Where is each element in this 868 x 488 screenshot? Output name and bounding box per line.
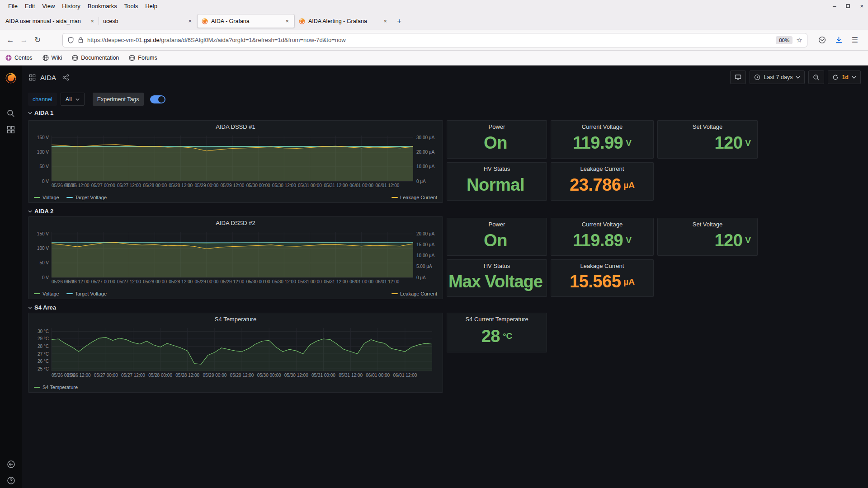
bookmark-wiki[interactable]: Wiki xyxy=(42,55,62,61)
tab-aida-alerting-grafana[interactable]: AIDA Alerting - Grafana × xyxy=(295,14,392,28)
svg-text:05/31 00:00: 05/31 00:00 xyxy=(298,183,322,188)
svg-text:05/31 00:00: 05/31 00:00 xyxy=(311,373,335,378)
stat-title[interactable]: Set Voltage xyxy=(658,121,757,132)
stat-title[interactable]: Current Voltage xyxy=(551,218,653,230)
tab-aida-grafana[interactable]: AIDA - Grafana × xyxy=(197,14,295,28)
new-tab-button[interactable]: + xyxy=(392,16,406,27)
stat-title[interactable]: HV Status xyxy=(447,163,547,174)
tab-ucesb[interactable]: ucesb × xyxy=(99,14,197,28)
search-icon[interactable] xyxy=(0,105,22,122)
stat-title[interactable]: Set Voltage xyxy=(658,218,757,230)
panel-title[interactable]: AIDA DSSD #2 xyxy=(28,217,443,229)
clock-icon xyxy=(754,74,760,80)
legend-item[interactable]: Target Voltage xyxy=(66,291,107,296)
section-header-s4-area[interactable]: S4 Area xyxy=(28,304,56,311)
stat-title[interactable]: Power xyxy=(447,218,547,230)
svg-text:05/29 12:00: 05/29 12:00 xyxy=(230,373,254,378)
svg-text:05/26 12:00: 05/26 12:00 xyxy=(66,279,90,284)
legend-item[interactable]: Leakage Current xyxy=(392,291,437,296)
bookmark-documentation[interactable]: Documentation xyxy=(72,55,119,61)
variable-channel-value-dropdown[interactable]: All xyxy=(61,93,85,106)
lock-icon[interactable] xyxy=(78,37,84,43)
stat-title[interactable]: Power xyxy=(447,121,547,132)
sign-in-icon[interactable] xyxy=(0,456,22,472)
maximize-button[interactable] xyxy=(846,4,850,8)
app-menu-icon[interactable]: ☰ xyxy=(852,36,858,44)
tab-title: AIDA - Grafana xyxy=(211,18,283,24)
legend-item[interactable]: Target Voltage xyxy=(66,195,107,200)
page-zoom-badge[interactable]: 80% xyxy=(776,36,793,44)
grafana-favicon-icon xyxy=(298,18,306,25)
close-button[interactable]: × xyxy=(860,3,863,9)
menu-bookmarks[interactable]: Bookmarks xyxy=(84,1,121,11)
tab-close-icon[interactable]: × xyxy=(89,17,96,25)
refresh-interval-label[interactable]: 1d xyxy=(842,74,849,80)
svg-text:05/27 12:00: 05/27 12:00 xyxy=(121,373,145,378)
stat-title[interactable]: S4 Current Temperature xyxy=(447,313,547,325)
stat-title[interactable]: Leakage Current xyxy=(551,260,653,272)
section-header-aida-2[interactable]: AIDA 2 xyxy=(28,208,53,215)
reload-button[interactable]: ↻ xyxy=(31,33,44,47)
panel-title[interactable]: S4 Temperature xyxy=(28,313,443,325)
timeseries-chart[interactable]: 25 °C26 °C27 °C28 °C29 °C30 °C05/26 00:0… xyxy=(32,325,439,381)
stat-title[interactable]: HV Status xyxy=(447,260,547,272)
svg-text:28 °C: 28 °C xyxy=(38,344,49,349)
help-icon[interactable] xyxy=(0,472,22,488)
menu-edit[interactable]: Edit xyxy=(21,1,38,11)
svg-text:05/31 00:00: 05/31 00:00 xyxy=(298,279,322,284)
svg-text:5.00 µA: 5.00 µA xyxy=(416,264,432,269)
tab-close-icon[interactable]: × xyxy=(283,17,291,25)
time-range-picker[interactable]: Last 7 days xyxy=(750,70,805,84)
dashboards-icon[interactable] xyxy=(0,122,22,138)
tv-mode-button[interactable] xyxy=(730,70,746,84)
experiment-tags-toggle[interactable] xyxy=(150,95,165,103)
tracking-shield-icon[interactable] xyxy=(67,37,74,44)
menu-history[interactable]: History xyxy=(58,1,84,11)
svg-text:05/30 00:00: 05/30 00:00 xyxy=(257,373,281,378)
panel-title[interactable]: AIDA DSSD #1 xyxy=(28,121,443,132)
bookmark-centos[interactable]: Centos xyxy=(5,55,33,61)
section-header-aida-1[interactable]: AIDA 1 xyxy=(28,109,53,116)
svg-text:06/01 00:00: 06/01 00:00 xyxy=(349,183,373,188)
stat-panel-current-voltage-aida1: Current Voltage 119.99 V xyxy=(551,120,654,159)
zoom-out-button[interactable] xyxy=(808,70,824,84)
menu-view[interactable]: View xyxy=(38,1,58,11)
share-icon[interactable] xyxy=(62,74,69,81)
legend-item[interactable]: S4 Temperature xyxy=(34,385,78,390)
tab-close-icon[interactable]: × xyxy=(382,17,389,25)
bookmark-label: Centos xyxy=(14,55,33,61)
svg-text:05/26 12:00: 05/26 12:00 xyxy=(67,373,91,378)
timeseries-chart[interactable]: 0 V50 V100 V150 V0 µA5.00 µA10.00 µA15.0… xyxy=(32,229,439,287)
stat-title[interactable]: Current Voltage xyxy=(551,121,653,132)
refresh-button[interactable]: 1d xyxy=(828,70,861,84)
minimize-button[interactable]: – xyxy=(833,3,836,9)
menu-bar: File Edit View History Bookmarks Tools H… xyxy=(0,0,868,12)
menu-help[interactable]: Help xyxy=(142,1,161,11)
svg-text:05/30 12:00: 05/30 12:00 xyxy=(284,373,308,378)
url-bar[interactable]: https://despec-vm-01.gsi.de/grafana/d/6S… xyxy=(62,33,807,47)
legend-item[interactable]: Voltage xyxy=(34,195,59,200)
tab-aida-user-manual[interactable]: AIDA user manual - aida_man × xyxy=(2,14,99,28)
stat-panel-leakage-current-aida1: Leakage Current 23.786 µA xyxy=(551,162,654,201)
bookmark-forums[interactable]: Forums xyxy=(129,55,157,61)
svg-text:10.00 µA: 10.00 µA xyxy=(416,253,435,258)
svg-text:05/31 12:00: 05/31 12:00 xyxy=(324,279,348,284)
download-icon[interactable] xyxy=(835,36,843,44)
menu-file[interactable]: File xyxy=(5,1,21,11)
tab-close-icon[interactable]: × xyxy=(186,17,193,25)
pocket-icon[interactable] xyxy=(818,36,826,44)
back-button[interactable]: ← xyxy=(4,33,17,47)
grafana-dashboard: AIDA Last 7 days xyxy=(0,66,868,488)
experiment-tags-label: Experiment Tags xyxy=(93,93,144,106)
dashboard-title[interactable]: AIDA xyxy=(40,74,56,81)
forward-button[interactable]: → xyxy=(17,33,31,47)
variable-channel-label[interactable]: channel xyxy=(28,93,57,106)
bookmark-star-icon[interactable]: ☆ xyxy=(796,36,802,44)
menu-tools[interactable]: Tools xyxy=(121,1,142,11)
grafana-logo-icon[interactable] xyxy=(0,69,22,87)
timeseries-chart[interactable]: 0 V50 V100 V150 V0 µA10.00 µA20.00 µA30.… xyxy=(32,132,439,191)
stat-title[interactable]: Leakage Current xyxy=(551,163,653,174)
legend-item[interactable]: Leakage Current xyxy=(392,195,437,200)
legend-item[interactable]: Voltage xyxy=(34,291,59,296)
stat-panel-set-voltage-aida1: Set Voltage 120 V xyxy=(657,120,758,159)
